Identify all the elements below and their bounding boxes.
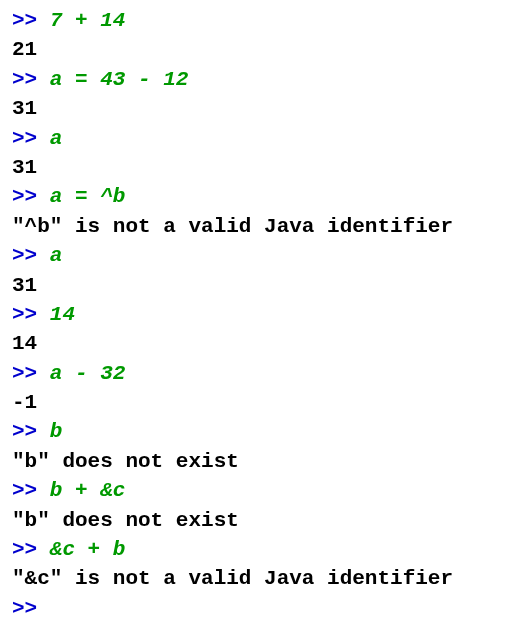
repl-input-line: >> 14 <box>12 300 501 329</box>
repl-output-text: "b" does not exist <box>12 450 239 473</box>
repl-input-text: a - 32 <box>50 362 126 385</box>
repl-input-line: >> a = ^b <box>12 182 501 211</box>
repl-input-text: a = ^b <box>50 185 126 208</box>
repl-input-text: a <box>50 244 63 267</box>
repl-input-text: b + &c <box>50 479 126 502</box>
repl-output-line: 14 <box>12 329 501 358</box>
repl-input-line: >> b + &c <box>12 476 501 505</box>
repl-prompt: >> <box>12 479 50 502</box>
repl-input-line: >> a <box>12 241 501 270</box>
repl-output-text: -1 <box>12 391 37 414</box>
repl-input-line: >> a - 32 <box>12 359 501 388</box>
repl-output-line: -1 <box>12 388 501 417</box>
repl-output-line: 31 <box>12 94 501 123</box>
repl-prompt: >> <box>12 420 50 443</box>
repl-input-text: b <box>50 420 63 443</box>
repl-output-line: "^b" is not a valid Java identifier <box>12 212 501 241</box>
repl-prompt: >> <box>12 303 50 326</box>
repl-input-line: >> 7 + 14 <box>12 6 501 35</box>
repl-prompt: >> <box>12 9 50 32</box>
repl-output-text: "&c" is not a valid Java identifier <box>12 567 453 590</box>
repl-input-line: >> a <box>12 124 501 153</box>
repl-output-text: 31 <box>12 274 37 297</box>
repl-output-line: "&c" is not a valid Java identifier <box>12 564 501 593</box>
repl-input-line: >> &c + b <box>12 535 501 564</box>
repl-prompt: >> <box>12 68 50 91</box>
repl-input-text: 14 <box>50 303 75 326</box>
repl-output-text: "^b" is not a valid Java identifier <box>12 215 453 238</box>
repl-output-line: "b" does not exist <box>12 506 501 535</box>
repl-prompt: >> <box>12 362 50 385</box>
repl-prompt: >> <box>12 127 50 150</box>
repl-output-text: 14 <box>12 332 37 355</box>
repl-prompt: >> <box>12 597 50 620</box>
repl-prompt: >> <box>12 244 50 267</box>
repl-output-line: 31 <box>12 271 501 300</box>
repl-output-line: 21 <box>12 35 501 64</box>
repl-input-text: &c + b <box>50 538 126 561</box>
repl-input-line: >> b <box>12 417 501 446</box>
repl-console[interactable]: >> 7 + 1421>> a = 43 - 1231>> a31>> a = … <box>12 6 501 623</box>
repl-input-line: >> a = 43 - 12 <box>12 65 501 94</box>
repl-output-text: "b" does not exist <box>12 509 239 532</box>
repl-input-text: 7 + 14 <box>50 9 126 32</box>
repl-prompt: >> <box>12 538 50 561</box>
repl-output-text: 21 <box>12 38 37 61</box>
repl-input-text: a = 43 - 12 <box>50 68 189 91</box>
repl-output-line: "b" does not exist <box>12 447 501 476</box>
repl-input-line: >> <box>12 594 501 623</box>
repl-input-text: a <box>50 127 63 150</box>
repl-output-text: 31 <box>12 97 37 120</box>
repl-output-line: 31 <box>12 153 501 182</box>
repl-output-text: 31 <box>12 156 37 179</box>
repl-prompt: >> <box>12 185 50 208</box>
